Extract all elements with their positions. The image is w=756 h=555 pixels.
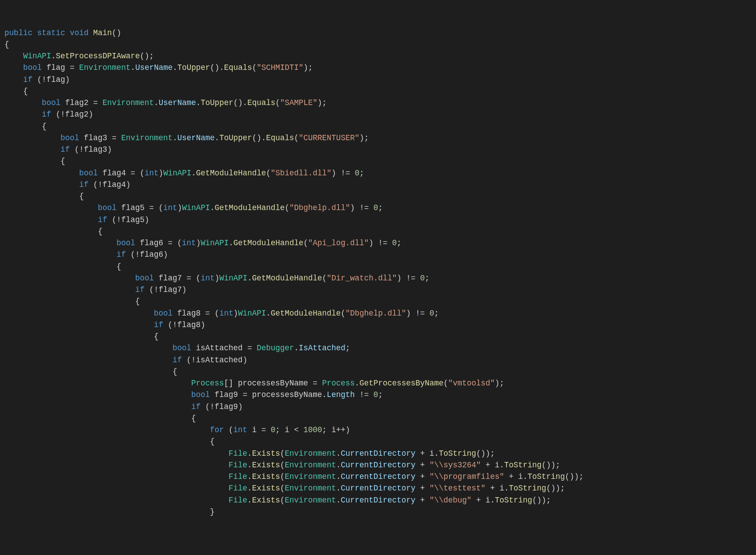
method-exists: Exists (252, 496, 280, 505)
code-line: bool isAttached = Debugger.IsAttached; (4, 344, 350, 352)
var-i: i (495, 461, 500, 470)
type-environment: Environment (103, 98, 154, 107)
number-zero: 0 (430, 309, 434, 318)
keyword-if: if (154, 320, 163, 329)
var-flag4: flag4 (103, 180, 126, 189)
code-line: bool flag6 = (int)WinAPI.GetModuleHandle… (4, 239, 402, 247)
code-line: bool flag2 = Environment.UserName.ToUppe… (4, 98, 327, 107)
string-dirwatch: "Dir_watch.dll" (327, 274, 397, 283)
code-line: { (4, 297, 140, 306)
code-line: bool flag = Environment.UserName.ToUpper… (4, 63, 313, 72)
method-setdpiaware: SetProcessDPIAware (56, 52, 140, 61)
type-file: File (229, 484, 247, 493)
var-i: i (331, 425, 336, 434)
type-environment: Environment (285, 472, 336, 481)
method-getmodulehandle: GetModuleHandle (196, 169, 266, 178)
method-toupper: ToUpper (177, 63, 210, 72)
string-sample: "SAMPLE" (280, 98, 318, 107)
string-currentuser: "CURRENTUSER" (299, 134, 360, 142)
code-editor[interactable]: public static void Main() { WinAPI.SetPr… (4, 27, 752, 518)
code-line: { (4, 40, 9, 49)
method-exists: Exists (252, 461, 280, 470)
code-line: { (4, 414, 196, 423)
code-line: if (!flag4) (4, 180, 131, 189)
keyword-int: int (219, 309, 233, 318)
keyword-int: int (182, 239, 196, 247)
prop-currentdirectory: CurrentDirectory (341, 472, 415, 481)
code-line: { (4, 332, 159, 341)
keyword-bool: bool (42, 98, 60, 107)
method-equals: Equals (266, 134, 294, 142)
prop-username: UserName (177, 134, 215, 142)
keyword-int: int (145, 169, 159, 178)
number-zero: 0 (355, 169, 360, 178)
code-line: File.Exists(Environment.CurrentDirectory… (4, 496, 551, 505)
code-line: { (4, 437, 215, 446)
keyword-bool: bool (23, 63, 42, 72)
var-i: i (430, 449, 434, 458)
var-flag3: flag3 (84, 134, 108, 142)
string-apilog: "Api_log.dll" (308, 239, 369, 247)
code-line: if (!flag6) (4, 250, 168, 259)
code-line: public static void Main() (4, 28, 121, 37)
type-file: File (229, 472, 247, 481)
code-line: bool flag4 = (int)WinAPI.GetModuleHandle… (4, 169, 364, 178)
var-flag3: flag3 (84, 145, 108, 154)
keyword-if: if (79, 180, 88, 189)
code-line: bool flag5 = (int)WinAPI.GetModuleHandle… (4, 203, 383, 212)
code-line: File.Exists(Environment.CurrentDirectory… (4, 449, 495, 458)
number-zero: 0 (374, 390, 378, 399)
code-line: File.Exists(Environment.CurrentDirectory… (4, 461, 560, 470)
keyword-if: if (117, 250, 126, 259)
code-line: Process[] processesByName = Process.GetP… (4, 379, 504, 388)
type-winapi: WinAPI (201, 239, 229, 247)
code-line: bool flag9 = processesByName.Length != 0… (4, 390, 383, 399)
keyword-bool: bool (173, 344, 191, 352)
keyword-if: if (173, 356, 182, 365)
method-tostring: ToString (527, 472, 565, 481)
number-thousand: 1000 (303, 425, 322, 434)
prop-username: UserName (159, 98, 196, 107)
type-environment: Environment (121, 134, 173, 142)
code-line: WinAPI.SetProcessDPIAware(); (4, 52, 154, 61)
string-vmtoolsd: "vmtoolsd" (448, 379, 495, 388)
keyword-void: void (70, 28, 88, 37)
prop-currentdirectory: CurrentDirectory (341, 449, 415, 458)
keyword-bool: bool (191, 390, 210, 399)
string-programfiles: "\\programfiles" (430, 472, 504, 481)
method-getmodulehandle: GetModuleHandle (252, 274, 322, 283)
keyword-if: if (23, 75, 32, 84)
type-environment: Environment (285, 461, 336, 470)
code-line: if (!flag5) (4, 215, 149, 224)
type-file: File (229, 449, 247, 458)
code-line: File.Exists(Environment.CurrentDirectory… (4, 484, 565, 493)
method-main: Main (93, 28, 112, 37)
code-line: File.Exists(Environment.CurrentDirectory… (4, 472, 583, 481)
keyword-for: for (210, 425, 224, 434)
var-flag6: flag6 (140, 250, 164, 259)
code-line: { (4, 192, 84, 201)
code-line: { (4, 87, 28, 96)
method-tostring: ToString (509, 484, 546, 493)
type-file: File (229, 496, 247, 505)
keyword-if: if (98, 215, 107, 224)
var-flag2: flag2 (65, 98, 89, 107)
method-toupper: ToUpper (219, 134, 252, 142)
code-line: { (4, 122, 47, 131)
var-i: i (518, 472, 523, 481)
method-tostring: ToString (504, 461, 542, 470)
var-flag: flag (47, 63, 65, 72)
keyword-if: if (135, 285, 145, 294)
keyword-if: if (60, 145, 70, 154)
code-line: if (!flag7) (4, 285, 187, 294)
keyword-int: int (163, 203, 177, 212)
type-environment: Environment (79, 63, 131, 72)
keyword-if: if (191, 402, 201, 411)
keyword-static: static (37, 28, 65, 37)
method-getprocessesbyname: GetProcessesByName (359, 379, 443, 388)
type-file: File (229, 461, 247, 470)
var-flag9: flag9 (215, 390, 238, 399)
code-line: for (int i = 0; i < 1000; i++) (4, 425, 350, 434)
code-line: if (!isAttached) (4, 356, 247, 365)
string-schmidti: "SCHMIDTI" (257, 63, 303, 72)
